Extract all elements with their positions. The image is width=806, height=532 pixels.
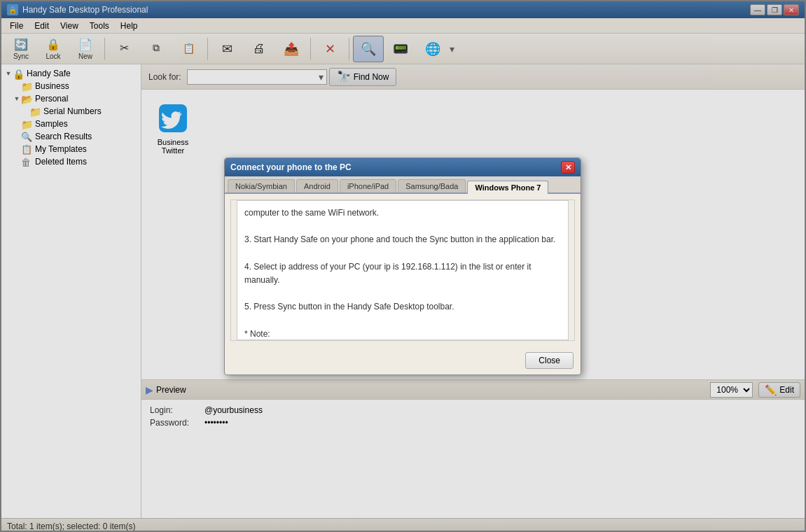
- folder-icon-search: 🔍: [21, 132, 32, 141]
- export-button[interactable]: 📤: [276, 36, 307, 62]
- cut-icon: ✂: [116, 41, 132, 56]
- toolbar: 🔄 Sync 🔒 Lock 📄 New ✂ ⧉ 📋 ✉ 🖨 📤 ✕ 🔍 📟: [1, 34, 805, 64]
- minimize-button[interactable]: —: [750, 4, 765, 15]
- expander: ▼: [4, 70, 13, 77]
- title-bar-controls: — ❐ ✕: [750, 4, 799, 15]
- tab-android[interactable]: Android: [296, 179, 338, 192]
- login-label: Login:: [150, 405, 199, 415]
- zoom-control: 100% 75% 125%: [710, 382, 753, 398]
- tab-iphone-ipad[interactable]: iPhone/iPad: [340, 179, 396, 192]
- root-icon: 🔒: [13, 69, 24, 78]
- sidebar-item-serial-numbers[interactable]: 📁 Serial Numbers: [1, 105, 141, 118]
- dialog-content-wrapper: computer to the same WiFi network. 3. St…: [230, 200, 575, 341]
- find-now-button[interactable]: 🔭 Find Now: [329, 68, 397, 86]
- dialog-content: computer to the same WiFi network. 3. St…: [237, 200, 569, 340]
- sep2: [207, 38, 208, 60]
- more-button[interactable]: 🌐: [417, 36, 448, 62]
- email-button[interactable]: ✉: [211, 36, 242, 62]
- sidebar-label-my-templates: My Templates: [35, 144, 87, 154]
- twitter-icon: [156, 102, 190, 135]
- paste-icon: 📋: [181, 41, 196, 56]
- tab-samsung-bada[interactable]: Samsung/Bada: [398, 179, 466, 192]
- sidebar-label-handy-safe: Handy Safe: [27, 69, 71, 78]
- dialog-close-x-button[interactable]: ✕: [561, 161, 575, 174]
- file-item-twitter[interactable]: BusinessTwitter: [148, 97, 197, 160]
- cut-button[interactable]: ✂: [109, 36, 139, 62]
- title-bar-left: 🔒 Handy Safe Desktop Professional: [7, 4, 148, 15]
- edit-icon: ✏️: [765, 384, 777, 396]
- close-window-button[interactable]: ✕: [784, 4, 799, 15]
- edit-label: Edit: [779, 385, 794, 395]
- preview-icon: ▶: [146, 384, 153, 396]
- menu-help[interactable]: Help: [115, 20, 144, 32]
- lock-icon: 🔒: [46, 38, 61, 51]
- sync-label: Sync: [13, 52, 29, 60]
- preview-label: Preview: [156, 385, 186, 395]
- sidebar-item-search-results[interactable]: 🔍 Search Results: [1, 130, 141, 143]
- folder-icon-samples: 📁: [21, 119, 32, 129]
- zoom-select[interactable]: 100% 75% 125%: [710, 382, 753, 398]
- copy-icon: ⧉: [148, 41, 164, 56]
- export-icon: 📤: [284, 41, 299, 57]
- connect-phone-dialog: Connect your phone to the PC ✕ Nokia/Sym…: [224, 158, 581, 375]
- folder-icon-serial: 📁: [29, 106, 41, 116]
- sync2-icon: 📟: [393, 41, 408, 57]
- expander: ▼: [13, 95, 21, 102]
- menu-file[interactable]: File: [4, 20, 29, 32]
- bottom-panel: Login: @yourbusiness Password: ••••••••: [141, 399, 805, 518]
- sidebar-item-samples[interactable]: 📁 Samples: [1, 118, 141, 130]
- copy-button[interactable]: ⧉: [141, 36, 172, 62]
- password-value: ••••••••: [204, 418, 228, 428]
- preview-section: ▶ Preview: [146, 384, 186, 396]
- sep3: [310, 38, 311, 60]
- search-input[interactable]: [187, 69, 327, 85]
- window-title: Handy Safe Desktop Professional: [22, 5, 148, 15]
- sync-button[interactable]: 🔄 Sync: [6, 36, 36, 62]
- login-value: @yourbusiness: [204, 405, 263, 415]
- edit-button[interactable]: ✏️ Edit: [758, 382, 800, 398]
- dropdown-arrow[interactable]: ▾: [450, 43, 454, 55]
- sidebar-label-business: Business: [35, 81, 69, 91]
- title-bar: 🔒 Handy Safe Desktop Professional — ❐ ✕: [1, 1, 805, 18]
- sidebar-item-deleted-items[interactable]: 🗑 Deleted Items: [1, 155, 141, 168]
- password-field: Password: ••••••••: [150, 418, 796, 428]
- sep1: [104, 38, 105, 60]
- dialog-footer: Close: [225, 346, 581, 374]
- login-field: Login: @yourbusiness: [150, 405, 796, 415]
- search-dropdown-arrow[interactable]: ▾: [319, 71, 324, 83]
- sync2-button[interactable]: 📟: [385, 36, 416, 62]
- file-label-twitter: BusinessTwitter: [158, 138, 189, 155]
- tab-windows-phone-7[interactable]: Windows Phone 7: [467, 181, 548, 194]
- menu-view[interactable]: View: [55, 20, 84, 32]
- sidebar-item-handy-safe[interactable]: ▼ 🔒 Handy Safe: [1, 67, 141, 80]
- new-button[interactable]: 📄 New: [70, 36, 101, 62]
- paste-button[interactable]: 📋: [173, 36, 204, 62]
- folder-icon-templates: 📋: [21, 144, 32, 154]
- sidebar-item-my-templates[interactable]: 📋 My Templates: [1, 143, 141, 155]
- sidebar-label-serial-numbers: Serial Numbers: [43, 106, 102, 116]
- folder-icon-business: 📁: [21, 81, 32, 91]
- tab-nokia-symbian[interactable]: Nokia/Symbian: [228, 179, 295, 192]
- folder-icon-personal: 📂: [21, 94, 32, 104]
- delete-button[interactable]: ✕: [314, 36, 345, 62]
- new-icon: 📄: [78, 38, 93, 51]
- menu-tools[interactable]: Tools: [84, 20, 115, 32]
- sidebar-label-deleted-items: Deleted Items: [35, 157, 87, 167]
- print-button[interactable]: 🖨: [244, 36, 275, 62]
- find-button[interactable]: 🔍: [353, 36, 384, 62]
- lock-button[interactable]: 🔒 Lock: [38, 36, 69, 62]
- sidebar-item-personal[interactable]: ▼ 📂 Personal: [1, 92, 141, 105]
- sidebar-label-search-results: Search Results: [35, 132, 92, 141]
- find-icon: 🔍: [361, 41, 376, 57]
- menu-edit[interactable]: Edit: [29, 20, 55, 32]
- sync-icon: 🔄: [13, 38, 29, 51]
- sidebar-label-samples: Samples: [35, 119, 68, 129]
- restore-button[interactable]: ❐: [767, 4, 782, 15]
- sidebar-item-business[interactable]: 📁 Business: [1, 80, 141, 92]
- sidebar-label-personal: Personal: [35, 94, 68, 104]
- dialog-tabs: Nokia/Symbian Android iPhone/iPad Samsun…: [225, 176, 581, 194]
- dialog-close-button[interactable]: Close: [525, 352, 574, 369]
- search-bar: Look for: ▾ 🔭 Find Now: [141, 64, 805, 90]
- more-icon: 🌐: [425, 41, 440, 57]
- password-label: Password:: [150, 418, 199, 428]
